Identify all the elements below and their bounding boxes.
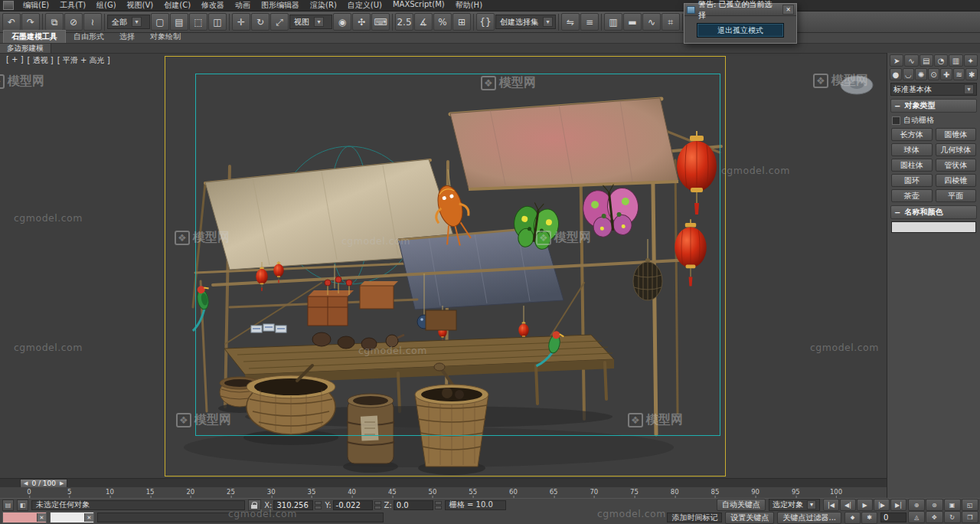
parrot-left[interactable] xyxy=(185,285,215,331)
menu-item[interactable]: 组(G) xyxy=(91,0,122,11)
perspective-viewport[interactable]: [ + ] [ 透视 ] [ 平滑 + 高光 ] xyxy=(0,53,887,478)
menu-item[interactable]: 渲染(R) xyxy=(305,0,342,11)
use-pivot-center-icon[interactable]: ◉ xyxy=(333,13,351,31)
select-by-name-icon[interactable]: ▤ xyxy=(170,13,188,31)
go-to-end-button[interactable]: ▶| xyxy=(890,499,906,511)
viewport-menu-general[interactable]: [ + ] xyxy=(6,55,24,66)
object-type-rollout[interactable]: − 对象类型 xyxy=(890,99,977,113)
zoom-icon[interactable]: ⊕ xyxy=(908,499,925,511)
maximize-viewport-icon[interactable]: ❒ xyxy=(962,511,978,523)
ribbon-tab[interactable]: 选择 xyxy=(112,31,142,43)
menu-item[interactable]: MAXScript(M) xyxy=(387,0,450,11)
menu-item[interactable]: 动画 xyxy=(230,0,256,11)
red-lantern-large[interactable] xyxy=(677,131,717,215)
autogrid-checkbox[interactable]: 自动栅格 xyxy=(892,115,975,126)
exit-isolation-button[interactable]: 退出孤立模式 xyxy=(697,23,784,38)
schematic-view-icon[interactable]: ⌗ xyxy=(662,13,680,31)
select-and-link-icon[interactable]: ⧉ xyxy=(45,13,64,31)
wooden-barrel[interactable] xyxy=(343,394,398,473)
dialog-title-bar[interactable]: 警告: 已孤立的当前选择 ✕ xyxy=(684,4,796,16)
tab-polygon-modeling[interactable]: 多边形建模 xyxy=(0,44,51,53)
zoom-extents-icon[interactable]: ▣ xyxy=(944,499,961,511)
selection-region-icon[interactable]: ⬚ xyxy=(189,13,207,31)
menu-item[interactable]: 视图(V) xyxy=(122,0,159,11)
layer-manager-icon[interactable]: ▥ xyxy=(604,13,622,31)
orbit-icon[interactable]: ↻ xyxy=(944,511,961,523)
shapes-category-icon[interactable]: ◡ xyxy=(903,68,915,80)
prev-frame-arrow-icon[interactable]: ◀ xyxy=(24,480,28,486)
next-frame-arrow-icon[interactable]: ▶ xyxy=(60,480,64,486)
selection-filter-dropdown[interactable]: 全部▾ xyxy=(107,15,150,29)
key-filters-button[interactable]: 关键点过滤器... xyxy=(777,512,841,524)
birdcage[interactable] xyxy=(633,258,662,300)
align-icon[interactable]: ≡ xyxy=(580,13,599,31)
lights-category-icon[interactable]: ✺ xyxy=(915,68,927,80)
ribbon-toggle-icon[interactable]: ▬ xyxy=(623,13,642,31)
menu-item[interactable]: 编辑(E) xyxy=(18,0,54,11)
viewport-menu-pov[interactable]: [ 透视 ] xyxy=(28,55,54,66)
bind-to-space-warp-icon[interactable]: ≀ xyxy=(83,13,102,31)
macro-recorder-strip[interactable]: ✕ xyxy=(2,512,47,523)
menu-item[interactable]: 帮助(H) xyxy=(450,0,488,11)
z-value[interactable]: 0.0 xyxy=(394,500,433,510)
zoom-all-icon[interactable]: ⊛ xyxy=(926,499,942,511)
systems-category-icon[interactable]: ✱ xyxy=(965,68,978,80)
unlink-selection-icon[interactable]: ⊘ xyxy=(64,13,83,31)
hierarchy-tab-icon[interactable]: ▤ xyxy=(920,54,933,67)
x-value[interactable]: 310.256 xyxy=(273,500,313,510)
basket-tall[interactable] xyxy=(415,363,488,475)
object-type-button[interactable]: 四棱锥 xyxy=(936,174,977,187)
reference-coordinate-dropdown[interactable]: 视图▾ xyxy=(289,15,332,29)
name-color-rollout[interactable]: − 名称和颜色 xyxy=(890,205,977,219)
steering-wheel[interactable] xyxy=(839,74,874,96)
z-coordinate-field[interactable]: Z: 0.0 xyxy=(384,500,442,510)
named-selection-dropdown[interactable]: 创建选择集▾ xyxy=(495,15,556,29)
percent-snap-icon[interactable]: % xyxy=(433,13,452,31)
primitive-type-dropdown[interactable]: 标准基本体 ▾ xyxy=(890,83,977,96)
keyboard-override-icon[interactable]: ⌨ xyxy=(371,13,390,31)
checkbox-icon[interactable] xyxy=(892,116,900,125)
menu-item[interactable]: 自定义(U) xyxy=(342,0,387,11)
select-object-icon[interactable]: ▢ xyxy=(151,13,169,31)
undo-icon[interactable]: ↶ xyxy=(2,13,21,31)
object-type-button[interactable]: 管状体 xyxy=(936,159,977,172)
edit-named-selection-sets-icon[interactable]: {} xyxy=(476,13,495,31)
utilities-tab-icon[interactable]: ✦ xyxy=(964,54,978,67)
viewport-menu-shading[interactable]: [ 平滑 + 高光 ] xyxy=(57,55,110,66)
object-name-field[interactable] xyxy=(891,221,976,233)
ribbon-tab[interactable]: 对象绘制 xyxy=(142,31,188,43)
spinner-arrows[interactable] xyxy=(374,501,381,509)
geometry-category-icon[interactable]: ● xyxy=(890,68,902,80)
maxscript-listener-strip[interactable]: ✕ xyxy=(50,512,94,523)
add-time-tag[interactable]: 添加时间标记 xyxy=(667,513,722,522)
modify-tab-icon[interactable]: ∿ xyxy=(904,54,918,67)
time-configuration-button[interactable]: ✱ xyxy=(861,512,877,524)
spinner-arrows[interactable] xyxy=(435,501,442,509)
close-icon[interactable]: ✕ xyxy=(37,513,46,522)
object-type-button[interactable]: 圆柱体 xyxy=(891,159,933,172)
y-value[interactable]: -0.022 xyxy=(333,500,373,510)
ribbon-tab[interactable]: 自由形式 xyxy=(66,31,112,43)
curve-editor-icon[interactable]: ∿ xyxy=(642,13,661,31)
object-type-button[interactable]: 长方体 xyxy=(891,128,933,141)
key-mode-toggle-button[interactable]: ⬥ xyxy=(844,512,861,524)
field-of-view-icon[interactable]: ◬ xyxy=(908,511,925,523)
create-tab-icon[interactable]: ➤ xyxy=(890,54,903,67)
pink-butterfly-kite[interactable] xyxy=(581,182,642,238)
mirror-icon[interactable]: ⇋ xyxy=(561,13,580,31)
y-coordinate-field[interactable]: Y: -0.022 xyxy=(325,500,381,510)
x-coordinate-field[interactable]: X: 310.256 xyxy=(264,500,322,510)
zoom-region-icon[interactable]: ◱ xyxy=(962,499,978,511)
menu-item[interactable]: 图形编辑器 xyxy=(256,0,305,11)
redo-icon[interactable]: ↷ xyxy=(21,13,40,31)
menu-item[interactable]: 修改器 xyxy=(196,0,230,11)
current-frame-field[interactable]: 0 xyxy=(880,513,906,522)
window-crossing-icon[interactable]: ◫ xyxy=(208,13,227,31)
auto-key-button[interactable]: 自动关键点 xyxy=(717,499,766,511)
previous-frame-button[interactable]: ◀| xyxy=(840,499,856,511)
space-warps-category-icon[interactable]: ≋ xyxy=(953,68,965,80)
scene-explorer-icon[interactable]: ◧ xyxy=(17,499,28,511)
track-bar[interactable]: 0510152025303540455055606570758085909510… xyxy=(0,487,887,499)
select-and-scale-icon[interactable]: ⤢ xyxy=(270,13,289,31)
menu-item[interactable]: 工具(T) xyxy=(54,0,91,11)
